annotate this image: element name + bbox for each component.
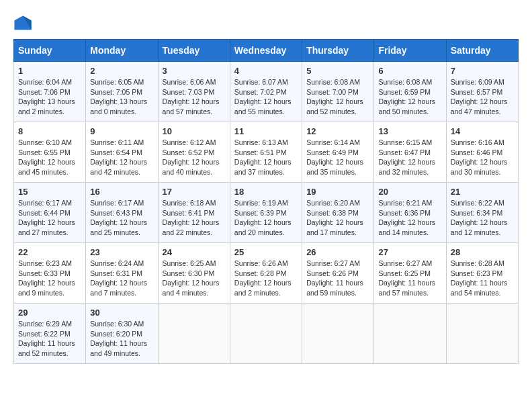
- calendar-cell: 8 Sunrise: 6:10 AM Sunset: 6:55 PM Dayli…: [14, 122, 86, 183]
- day-info: Sunrise: 6:08 AM Sunset: 6:59 PM Dayligh…: [378, 77, 441, 117]
- calendar-cell: 10 Sunrise: 6:12 AM Sunset: 6:52 PM Dayl…: [158, 122, 230, 183]
- day-number: 13: [378, 126, 441, 136]
- calendar-cell: 30 Sunrise: 6:30 AM Sunset: 6:20 PM Dayl…: [86, 304, 158, 364]
- day-number: 24: [163, 247, 226, 257]
- calendar-cell: 4 Sunrise: 6:07 AM Sunset: 7:02 PM Dayli…: [230, 62, 302, 122]
- day-info: Sunrise: 6:13 AM Sunset: 6:51 PM Dayligh…: [234, 138, 298, 177]
- calendar-cell: 26 Sunrise: 6:27 AM Sunset: 6:26 PM Dayl…: [302, 243, 374, 304]
- calendar-cell: [302, 304, 374, 364]
- calendar-header-row: SundayMondayTuesdayWednesdayThursdayFrid…: [14, 40, 519, 62]
- day-header-thursday: Thursday: [302, 40, 374, 62]
- day-info: Sunrise: 6:19 AM Sunset: 6:39 PM Dayligh…: [234, 198, 298, 238]
- day-number: 23: [90, 247, 153, 257]
- day-number: 29: [18, 308, 81, 318]
- calendar-cell: 25 Sunrise: 6:26 AM Sunset: 6:28 PM Dayl…: [230, 243, 302, 304]
- day-number: 5: [306, 66, 369, 76]
- calendar-cell: 16 Sunrise: 6:17 AM Sunset: 6:43 PM Dayl…: [86, 183, 158, 243]
- day-info: Sunrise: 6:11 AM Sunset: 6:54 PM Dayligh…: [90, 138, 153, 177]
- day-info: Sunrise: 6:26 AM Sunset: 6:28 PM Dayligh…: [234, 259, 298, 298]
- calendar-cell: [230, 304, 302, 364]
- day-info: Sunrise: 6:17 AM Sunset: 6:43 PM Dayligh…: [90, 198, 153, 238]
- day-number: 11: [234, 126, 298, 136]
- day-info: Sunrise: 6:22 AM Sunset: 6:34 PM Dayligh…: [451, 198, 514, 238]
- day-header-friday: Friday: [374, 40, 446, 62]
- day-number: 16: [90, 187, 153, 197]
- day-header-sunday: Sunday: [14, 40, 86, 62]
- calendar-cell: [374, 304, 446, 364]
- day-info: Sunrise: 6:18 AM Sunset: 6:41 PM Dayligh…: [163, 198, 226, 238]
- calendar-cell: [446, 304, 518, 364]
- day-number: 20: [378, 187, 441, 197]
- day-info: Sunrise: 6:05 AM Sunset: 7:05 PM Dayligh…: [90, 77, 153, 117]
- calendar-cell: 7 Sunrise: 6:09 AM Sunset: 6:57 PM Dayli…: [446, 62, 518, 122]
- day-info: Sunrise: 6:27 AM Sunset: 6:25 PM Dayligh…: [378, 259, 441, 298]
- calendar-table: SundayMondayTuesdayWednesdayThursdayFrid…: [13, 39, 519, 364]
- calendar-cell: 6 Sunrise: 6:08 AM Sunset: 6:59 PM Dayli…: [374, 62, 446, 122]
- day-number: 3: [163, 66, 226, 76]
- calendar-cell: 22 Sunrise: 6:23 AM Sunset: 6:33 PM Dayl…: [14, 243, 86, 304]
- day-number: 6: [378, 66, 441, 76]
- day-number: 25: [234, 247, 298, 257]
- day-number: 12: [306, 126, 369, 136]
- calendar-cell: 23 Sunrise: 6:24 AM Sunset: 6:31 PM Dayl…: [86, 243, 158, 304]
- day-info: Sunrise: 6:12 AM Sunset: 6:52 PM Dayligh…: [163, 138, 226, 177]
- page-header: [13, 13, 519, 32]
- calendar-cell: 2 Sunrise: 6:05 AM Sunset: 7:05 PM Dayli…: [86, 62, 158, 122]
- day-number: 8: [18, 126, 81, 136]
- day-number: 27: [378, 247, 441, 257]
- day-number: 1: [18, 66, 81, 76]
- calendar-cell: 12 Sunrise: 6:14 AM Sunset: 6:49 PM Dayl…: [302, 122, 374, 183]
- day-header-tuesday: Tuesday: [158, 40, 230, 62]
- day-number: 4: [234, 66, 298, 76]
- day-info: Sunrise: 6:21 AM Sunset: 6:36 PM Dayligh…: [378, 198, 441, 238]
- calendar-week-2: 8 Sunrise: 6:10 AM Sunset: 6:55 PM Dayli…: [14, 122, 519, 183]
- calendar-cell: [158, 304, 230, 364]
- day-info: Sunrise: 6:07 AM Sunset: 7:02 PM Dayligh…: [234, 77, 298, 117]
- calendar-week-3: 15 Sunrise: 6:17 AM Sunset: 6:44 PM Dayl…: [14, 183, 519, 243]
- day-number: 15: [18, 187, 81, 197]
- calendar-cell: 9 Sunrise: 6:11 AM Sunset: 6:54 PM Dayli…: [86, 122, 158, 183]
- logo: [13, 13, 35, 32]
- day-number: 19: [306, 187, 369, 197]
- day-number: 30: [90, 308, 153, 318]
- calendar-cell: 13 Sunrise: 6:15 AM Sunset: 6:47 PM Dayl…: [374, 122, 446, 183]
- day-info: Sunrise: 6:23 AM Sunset: 6:33 PM Dayligh…: [18, 259, 81, 298]
- day-number: 26: [306, 247, 369, 257]
- day-info: Sunrise: 6:29 AM Sunset: 6:22 PM Dayligh…: [18, 319, 81, 359]
- calendar-cell: 18 Sunrise: 6:19 AM Sunset: 6:39 PM Dayl…: [230, 183, 302, 243]
- day-number: 7: [451, 66, 514, 76]
- logo-icon: [13, 13, 32, 32]
- calendar-cell: 3 Sunrise: 6:06 AM Sunset: 7:03 PM Dayli…: [158, 62, 230, 122]
- calendar-week-1: 1 Sunrise: 6:04 AM Sunset: 7:06 PM Dayli…: [14, 62, 519, 122]
- calendar-cell: 29 Sunrise: 6:29 AM Sunset: 6:22 PM Dayl…: [14, 304, 86, 364]
- calendar-cell: 24 Sunrise: 6:25 AM Sunset: 6:30 PM Dayl…: [158, 243, 230, 304]
- calendar-cell: 28 Sunrise: 6:28 AM Sunset: 6:23 PM Dayl…: [446, 243, 518, 304]
- calendar-cell: 1 Sunrise: 6:04 AM Sunset: 7:06 PM Dayli…: [14, 62, 86, 122]
- day-number: 17: [163, 187, 226, 197]
- day-info: Sunrise: 6:06 AM Sunset: 7:03 PM Dayligh…: [163, 77, 226, 117]
- day-info: Sunrise: 6:10 AM Sunset: 6:55 PM Dayligh…: [18, 138, 81, 177]
- day-info: Sunrise: 6:25 AM Sunset: 6:30 PM Dayligh…: [163, 259, 226, 298]
- day-info: Sunrise: 6:30 AM Sunset: 6:20 PM Dayligh…: [90, 319, 153, 359]
- calendar-cell: 17 Sunrise: 6:18 AM Sunset: 6:41 PM Dayl…: [158, 183, 230, 243]
- day-number: 28: [451, 247, 514, 257]
- day-number: 9: [90, 126, 153, 136]
- day-header-wednesday: Wednesday: [230, 40, 302, 62]
- day-info: Sunrise: 6:28 AM Sunset: 6:23 PM Dayligh…: [451, 259, 514, 298]
- calendar-cell: 14 Sunrise: 6:16 AM Sunset: 6:46 PM Dayl…: [446, 122, 518, 183]
- day-info: Sunrise: 6:17 AM Sunset: 6:44 PM Dayligh…: [18, 198, 81, 238]
- calendar-cell: 5 Sunrise: 6:08 AM Sunset: 7:00 PM Dayli…: [302, 62, 374, 122]
- day-number: 22: [18, 247, 81, 257]
- calendar-cell: 11 Sunrise: 6:13 AM Sunset: 6:51 PM Dayl…: [230, 122, 302, 183]
- day-header-saturday: Saturday: [446, 40, 518, 62]
- day-number: 18: [234, 187, 298, 197]
- calendar-cell: 21 Sunrise: 6:22 AM Sunset: 6:34 PM Dayl…: [446, 183, 518, 243]
- calendar-cell: 27 Sunrise: 6:27 AM Sunset: 6:25 PM Dayl…: [374, 243, 446, 304]
- day-number: 10: [163, 126, 226, 136]
- day-info: Sunrise: 6:24 AM Sunset: 6:31 PM Dayligh…: [90, 259, 153, 298]
- day-info: Sunrise: 6:04 AM Sunset: 7:06 PM Dayligh…: [18, 77, 81, 117]
- day-info: Sunrise: 6:20 AM Sunset: 6:38 PM Dayligh…: [306, 198, 369, 238]
- day-info: Sunrise: 6:27 AM Sunset: 6:26 PM Dayligh…: [306, 259, 369, 298]
- day-info: Sunrise: 6:14 AM Sunset: 6:49 PM Dayligh…: [306, 138, 369, 177]
- day-number: 14: [451, 126, 514, 136]
